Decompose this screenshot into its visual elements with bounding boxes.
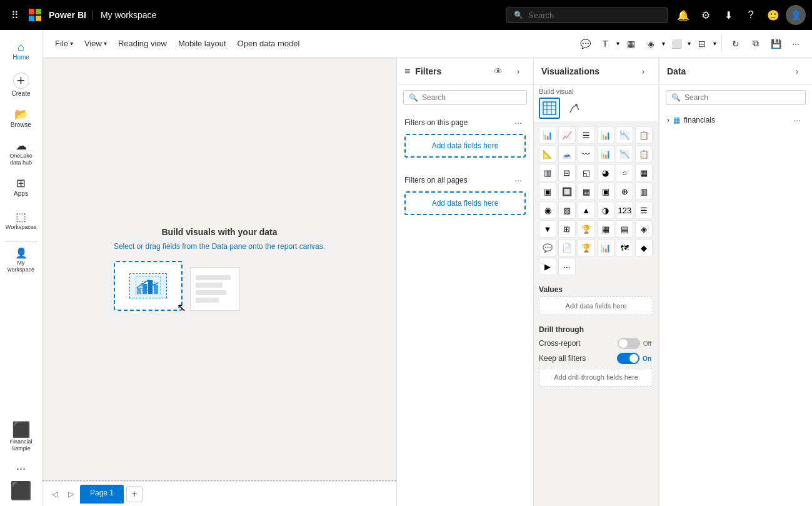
- viz-icon-geochart[interactable]: 🗺: [616, 239, 633, 256]
- viz-build-format-icon[interactable]: [564, 98, 585, 119]
- filters-page-more-icon[interactable]: ···: [511, 115, 526, 130]
- page-nav-prev[interactable]: ◁: [48, 487, 61, 501]
- viz-icon-slicer[interactable]: ▣: [597, 183, 614, 200]
- viz-icon-image[interactable]: 🏆: [578, 239, 595, 256]
- shapes-icon[interactable]: ◈: [642, 35, 659, 53]
- more-options-icon[interactable]: ···: [787, 35, 804, 53]
- viz-icon-decomp[interactable]: ▨: [558, 201, 576, 219]
- data-search-box[interactable]: 🔍: [666, 90, 806, 105]
- text-icon[interactable]: T: [596, 35, 614, 53]
- grid-icon[interactable]: ⠿: [6, 7, 24, 24]
- viz-icon-r-visual[interactable]: ▦: [597, 220, 614, 238]
- viz-icon-custom[interactable]: 📊: [597, 239, 614, 256]
- global-search-input[interactable]: [528, 11, 653, 20]
- view-menu-button[interactable]: View ▾: [79, 36, 112, 51]
- viz-icon-matrix[interactable]: ▥: [635, 183, 653, 200]
- mobile-layout-button[interactable]: Mobile layout: [173, 36, 231, 51]
- sidebar-item-browse[interactable]: 📂 Browse: [3, 103, 40, 135]
- filters-expand-icon[interactable]: ›: [511, 64, 526, 79]
- viz-icon-powerapp[interactable]: ⊞: [558, 220, 576, 238]
- add-page-button[interactable]: +: [126, 486, 143, 502]
- sidebar-item-onelake[interactable]: ☁ OneLake data hub: [3, 136, 40, 170]
- filters-all-add-box[interactable]: Add data fields here: [404, 191, 526, 215]
- data-tree-more-icon[interactable]: ···: [789, 113, 804, 128]
- user-avatar[interactable]: 👤: [786, 5, 806, 25]
- data-tree-item-financials[interactable]: › ▦ financials ···: [659, 110, 812, 130]
- viz-icon-multirow[interactable]: 123: [616, 201, 633, 219]
- viz-icon-table[interactable]: ⊕: [616, 183, 633, 200]
- viz-icon-kpi[interactable]: ▦: [578, 183, 595, 200]
- viz-icon-line[interactable]: 📐: [539, 145, 556, 163]
- viz-icon-stacked-bar[interactable]: 📊: [539, 126, 556, 144]
- viz-icon-stacked-col[interactable]: 📉: [616, 126, 633, 144]
- filters-eye-icon[interactable]: 👁: [491, 64, 506, 79]
- viz-icon-scatter[interactable]: ▥: [539, 164, 556, 181]
- viz-icon-treemap[interactable]: ◕: [597, 164, 614, 181]
- viz-build-table-icon[interactable]: [539, 98, 560, 119]
- data-expand-icon[interactable]: ›: [789, 64, 804, 79]
- viz-icon-fabric[interactable]: ◆: [635, 239, 653, 256]
- viz-icon-qna[interactable]: 🏆: [578, 220, 595, 238]
- table-icon[interactable]: ▦: [622, 35, 639, 53]
- viz-icon-area[interactable]: 🗻: [558, 145, 576, 163]
- viz-icon-clustered-col[interactable]: 📊: [597, 126, 614, 144]
- powerbi-logo-icon[interactable]: ⬛: [10, 480, 32, 501]
- global-search-box[interactable]: 🔍: [506, 8, 668, 23]
- viz-icon-anomaly[interactable]: ▼: [539, 220, 556, 238]
- sidebar-item-home[interactable]: ⌂ Home: [3, 35, 40, 68]
- open-data-model-button[interactable]: Open data model: [233, 36, 305, 51]
- filters-search-box[interactable]: 🔍: [403, 90, 527, 105]
- viz-icon-smart-narrative[interactable]: ◑: [597, 201, 614, 219]
- viz-icon-arcgis[interactable]: ▤: [616, 220, 633, 238]
- viz-icon-paginated[interactable]: ☰: [635, 201, 653, 219]
- viz-icon-text-box[interactable]: 💬: [539, 239, 556, 256]
- sidebar-more-button[interactable]: ···: [11, 457, 31, 480]
- filters-page-add-box[interactable]: Add data fields here: [404, 134, 526, 158]
- viz-icon-shape[interactable]: 📄: [558, 239, 576, 256]
- refresh-icon[interactable]: ↻: [727, 35, 744, 53]
- viz-icon-map[interactable]: ○: [616, 164, 633, 181]
- viz-keep-filters-toggle-wrap[interactable]: On: [617, 353, 653, 364]
- viz-icon-100-bar[interactable]: ☰: [578, 126, 595, 144]
- viz-icon-ribbon[interactable]: 📊: [597, 145, 614, 163]
- copy-icon[interactable]: ⧉: [747, 35, 764, 53]
- page-nav-next[interactable]: ▷: [64, 487, 78, 501]
- viz-icon-gauge[interactable]: ▣: [539, 183, 556, 200]
- filters-search-input[interactable]: [422, 93, 521, 102]
- comment-icon[interactable]: 💬: [576, 35, 594, 53]
- viz-expand-icon[interactable]: ›: [636, 64, 651, 79]
- viz-icon-pie[interactable]: ⊟: [558, 164, 576, 181]
- viz-cross-report-toggle-wrap[interactable]: Off: [618, 338, 653, 349]
- sidebar-item-financial[interactable]: ⬛ Financial Sample: [3, 418, 40, 456]
- button-icon[interactable]: ⬜: [668, 35, 685, 53]
- reading-view-button[interactable]: Reading view: [113, 36, 172, 51]
- sidebar-item-myworkspace[interactable]: 👤 My workspace: [3, 245, 40, 277]
- viz-icon-donut[interactable]: ◱: [578, 164, 595, 181]
- viz-more-button[interactable]: ···: [558, 258, 576, 275]
- viz-icon-line-stacked[interactable]: 〰: [578, 145, 595, 163]
- viz-values-add-box[interactable]: Add data fields here: [539, 296, 653, 315]
- viz-icon-card[interactable]: 🔲: [558, 183, 576, 200]
- viz-keep-filters-toggle[interactable]: [617, 353, 639, 364]
- viz-icon-python[interactable]: ◈: [635, 220, 653, 238]
- page-tab-1[interactable]: Page 1: [80, 485, 124, 503]
- help-icon[interactable]: ?: [741, 5, 761, 25]
- sidebar-item-workspaces[interactable]: ⬚ Workspaces: [3, 205, 40, 238]
- file-menu-button[interactable]: File ▾: [50, 36, 78, 51]
- save-icon[interactable]: 💾: [767, 35, 784, 53]
- sidebar-item-apps[interactable]: ⊞ Apps: [3, 171, 40, 204]
- viz-icon-100-col[interactable]: 📋: [635, 126, 653, 144]
- filters-all-more-icon[interactable]: ···: [511, 173, 526, 188]
- viz-icon-connector[interactable]: ▶: [539, 258, 556, 275]
- viz-drill-add-box[interactable]: Add drill-through fields here: [539, 368, 653, 387]
- viz-icon-clustered-bar[interactable]: 📈: [558, 126, 576, 144]
- viz-icon-waterfall[interactable]: 📉: [616, 145, 633, 163]
- viz-cross-report-toggle[interactable]: [618, 338, 640, 349]
- data-search-input[interactable]: [684, 93, 800, 102]
- sidebar-item-create[interactable]: + Create: [3, 69, 40, 101]
- feedback-icon[interactable]: 🙂: [763, 5, 783, 25]
- slicer-icon[interactable]: ⊟: [693, 35, 711, 53]
- settings-icon[interactable]: ⚙: [696, 5, 716, 25]
- viz-icon-filled-map[interactable]: ▦: [635, 164, 653, 181]
- viz-icon-key-influencers[interactable]: ▲: [578, 201, 595, 219]
